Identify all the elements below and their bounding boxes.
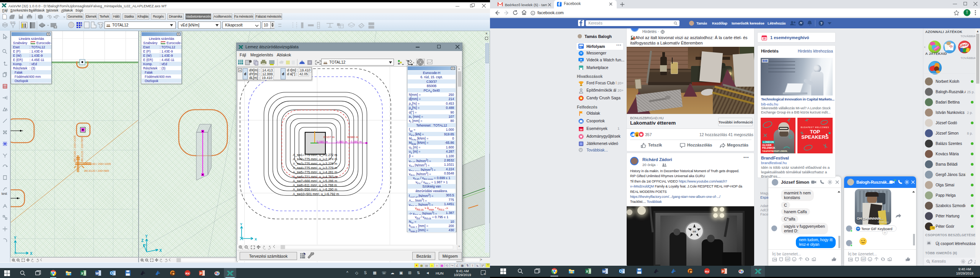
svg-text:P: P: [199, 271, 202, 275]
svg-text:X: X: [586, 270, 588, 273]
svg-text:Y: Y: [240, 223, 242, 226]
svg-text:W: W: [95, 271, 99, 275]
svg-text:X: X: [30, 252, 33, 256]
svg-text:Y: Y: [406, 59, 407, 62]
svg-text:Z: Z: [141, 239, 144, 243]
svg-text:29: 29: [580, 128, 583, 131]
svg-text:P: P: [722, 270, 724, 273]
svg-text:GS: GS: [693, 230, 696, 233]
svg-text:RX: RX: [185, 272, 190, 275]
svg-text:RX: RX: [705, 270, 709, 273]
svg-text:2D/3D: 2D/3D: [10, 21, 16, 23]
svg-text:X: X: [81, 271, 83, 275]
svg-text:Y: Y: [14, 236, 16, 240]
svg-text:X: X: [255, 237, 257, 241]
svg-text:Y: Y: [145, 234, 148, 239]
svg-text:W: W: [602, 270, 606, 273]
svg-text:?: ?: [820, 21, 823, 25]
svg-text:x: x: [413, 61, 414, 64]
svg-text:30: 30: [763, 37, 766, 40]
svg-text:X: X: [159, 248, 162, 253]
